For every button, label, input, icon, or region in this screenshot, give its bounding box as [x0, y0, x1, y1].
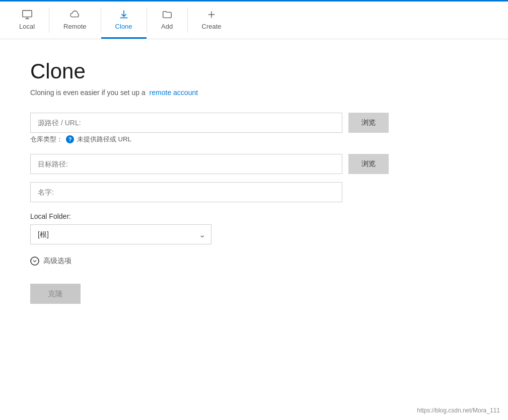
- local-folder-label: Local Folder:: [30, 212, 478, 220]
- local-folder-dropdown[interactable]: [根]: [30, 224, 211, 244]
- nav-label-add: Add: [161, 23, 173, 30]
- hint-value: 未提供路径或 URL: [77, 135, 131, 144]
- nav-label-remote: Remote: [63, 23, 87, 30]
- hint-label: 仓库类型：: [30, 135, 63, 144]
- subtitle: Cloning is even easier if you set up a r…: [30, 89, 478, 97]
- nav-item-create[interactable]: Create: [188, 2, 236, 39]
- advanced-options-label: 高级选项: [43, 257, 71, 266]
- info-icon[interactable]: ?: [66, 135, 74, 143]
- monitor-icon: [21, 9, 33, 21]
- cloud-icon: [69, 9, 81, 21]
- remote-account-link[interactable]: remote account: [150, 89, 198, 97]
- advanced-options-row[interactable]: 高级选项: [30, 257, 478, 266]
- svg-rect-0: [22, 11, 31, 17]
- source-url-input[interactable]: [30, 113, 342, 133]
- dest-browse-button[interactable]: 浏览: [348, 154, 389, 174]
- name-row: [30, 182, 478, 202]
- source-browse-button[interactable]: 浏览: [348, 113, 389, 133]
- local-folder-dropdown-wrapper: [根] ⌄: [30, 224, 211, 244]
- nav-item-local[interactable]: Local: [5, 2, 49, 39]
- source-url-row: 浏览: [30, 113, 478, 133]
- chevron-circle-icon: [30, 257, 39, 266]
- clone-button[interactable]: 克隆: [30, 284, 81, 304]
- nav-item-add[interactable]: Add: [147, 2, 187, 39]
- nav-label-clone: Clone: [115, 23, 132, 30]
- main-content: Clone Cloning is even easier if you set …: [0, 39, 508, 324]
- subtitle-text: Cloning is even easier if you set up a: [30, 89, 146, 97]
- nav-item-clone[interactable]: Clone: [101, 2, 147, 39]
- dest-path-row: 浏览: [30, 154, 478, 174]
- hint-row: 仓库类型： ? 未提供路径或 URL: [30, 135, 478, 144]
- dest-path-input[interactable]: [30, 154, 342, 174]
- watermark: https://blog.csdn.net/Mora_111: [417, 407, 500, 414]
- nav-item-remote[interactable]: Remote: [49, 2, 101, 39]
- nav-label-create: Create: [202, 23, 222, 30]
- nav-label-local: Local: [19, 23, 35, 30]
- folder-icon: [161, 9, 173, 21]
- page-title: Clone: [30, 59, 478, 83]
- name-input[interactable]: [30, 182, 342, 202]
- download-icon: [118, 9, 130, 21]
- plus-icon: [205, 9, 217, 21]
- top-navigation: Local Remote Clone Add: [0, 2, 508, 39]
